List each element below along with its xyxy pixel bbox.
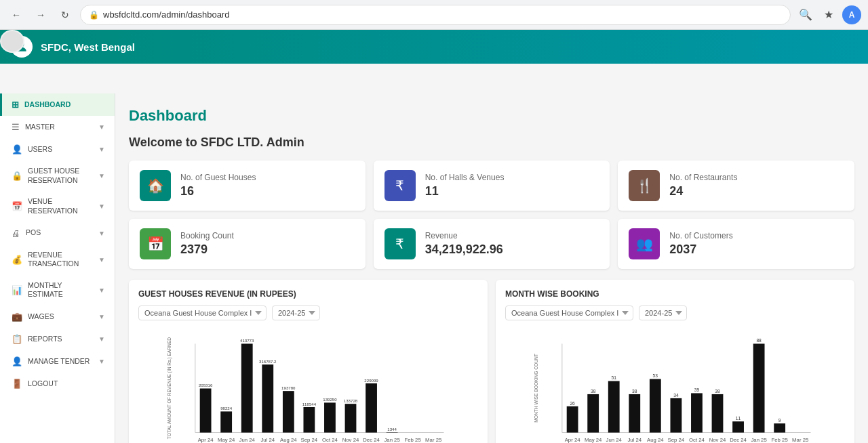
svg-text:Aug 24: Aug 24 — [647, 437, 664, 443]
booking-count-label: Booking Count — [180, 231, 234, 240]
sidebar-item-label: REPORTS — [28, 335, 62, 344]
month-booking-property-select[interactable]: Oceana Guest House Complex I — [505, 305, 633, 320]
sidebar-item-logout[interactable]: 🚪 LOGOUT — [0, 373, 115, 395]
bar-1 — [220, 411, 232, 432]
stat-card-customers: 👥 No. of Customers 2037 — [618, 219, 854, 269]
svg-text:413773: 413773 — [240, 338, 254, 343]
booking-bar-8 — [732, 421, 744, 432]
guest-houses-icon-box: 🏠 — [140, 170, 171, 201]
chevron-icon: ▼ — [98, 123, 105, 131]
bar-6 — [324, 402, 336, 432]
bar-0 — [200, 388, 212, 432]
reload-button[interactable]: ↻ — [56, 5, 75, 24]
svg-text:Jul 24: Jul 24 — [260, 437, 275, 443]
sidebar-item-left: 🖨 POS — [12, 228, 41, 238]
sidebar-item-users[interactable]: 👤 USERS ▼ — [0, 138, 115, 161]
browser-chrome: ← → ↻ 🔒 wbsfdcltd.com/admin/dashboard 🔍 … — [0, 0, 868, 30]
chevron-icon: ▼ — [98, 335, 105, 343]
sidebar-item-label: REVENUE TRANSACTION — [28, 251, 98, 269]
svg-text:34: 34 — [673, 393, 679, 398]
guest-revenue-property-select[interactable]: Oceana Guest House Complex I — [138, 305, 267, 320]
sidebar-item-label: WAGES — [28, 312, 54, 322]
sidebar-item-label: USERS — [28, 145, 52, 154]
booking-count-icon-box: 📅 — [140, 228, 171, 259]
customers-label: No. of Customers — [669, 231, 732, 240]
welcome-text: Welcome to SFDC LTD. Admin — [129, 135, 854, 150]
revenue-icon-box: ₹ — [384, 228, 416, 259]
sidebar-item-left: 👤 USERS — [12, 144, 52, 154]
profile-icon[interactable]: A — [842, 5, 861, 24]
sidebar-item-dashboard[interactable]: ⊞ DASHBOARD — [0, 93, 115, 116]
app-container: ⊞ DASHBOARD ☰ MASTER ▼ 👤 USERS ▼ 🔒 GUEST… — [0, 30, 868, 443]
revenue-label: Revenue — [425, 231, 503, 240]
address-bar[interactable]: 🔒 wbsfdcltd.com/admin/dashboard — [80, 5, 791, 25]
sidebar-item-guest-house[interactable]: 🔒 GUEST HOUSE RESERVATION ▼ — [0, 161, 115, 191]
guest-revenue-title: GUEST HOUSES REVENUE (IN RUPEES) — [138, 289, 478, 299]
bar-2 — [241, 343, 253, 432]
svg-text:118544: 118544 — [302, 402, 317, 406]
booking-bar-7 — [712, 394, 724, 433]
restaurants-info: No. of Restaurants 24 — [669, 173, 737, 198]
sidebar-pos-icon: 🖨 — [12, 228, 20, 238]
restaurants-value: 24 — [669, 184, 737, 198]
stat-card-restaurants: 🍴 No. of Restaurants 24 — [618, 161, 854, 211]
halls-venues-label: No. of Halls & Venues — [425, 173, 505, 182]
customers-value: 2037 — [669, 242, 732, 257]
stat-card-booking-count: 📅 Booking Count 2379 — [129, 219, 366, 269]
guest-houses-info: No. of Guest Houses 16 — [180, 173, 256, 198]
svg-text:193780: 193780 — [281, 385, 296, 390]
bar-5 — [303, 407, 315, 433]
sidebar-item-left: 👤 MANAGE TENDER — [12, 356, 90, 366]
svg-text:Mar 25: Mar 25 — [425, 437, 441, 443]
sidebar-item-label: POS — [26, 228, 41, 238]
svg-text:Apr 24: Apr 24 — [565, 437, 581, 443]
restaurants-label: No. of Restaurants — [669, 173, 737, 182]
svg-text:Jan 25: Jan 25 — [384, 437, 399, 443]
forward-button[interactable]: → — [31, 5, 50, 24]
svg-text:1344: 1344 — [387, 427, 397, 431]
restaurants-icon-box: 🍴 — [629, 170, 660, 201]
stat-card-guest-houses: 🏠 No. of Guest Houses 16 — [129, 161, 366, 211]
chevron-icon: ▼ — [98, 313, 105, 320]
sidebar-item-master[interactable]: ☰ MASTER ▼ — [0, 116, 115, 138]
svg-text:316787.2: 316787.2 — [259, 359, 277, 364]
sidebar-dashboard-icon: ⊞ — [12, 100, 19, 110]
sidebar-item-monthly[interactable]: 📊 MONTHLY ESTIMATE ▼ — [0, 275, 115, 305]
sidebar-guest-house-icon: 🔒 — [12, 171, 22, 181]
sidebar-item-revenue[interactable]: 💰 REVENUE TRANSACTION ▼ — [0, 245, 115, 275]
month-booking-year-select[interactable]: 2024-25 — [639, 305, 687, 320]
sidebar-manage-icon: 👤 — [12, 356, 22, 366]
guest-revenue-year-select[interactable]: 2024-25 — [272, 305, 320, 320]
sidebar-item-label: DASHBOARD — [24, 100, 71, 110]
sidebar-item-pos[interactable]: 🖨 POS ▼ — [0, 222, 115, 245]
main-content: Dashboard Welcome to SFDC LTD. Admin 🏠 N… — [115, 93, 868, 443]
sidebar-item-left: 📋 REPORTS — [12, 334, 62, 344]
sidebar-item-label: LOGOUT — [28, 379, 58, 389]
bookmark-icon[interactable]: ★ — [819, 5, 838, 24]
back-button[interactable]: ← — [7, 5, 26, 24]
page-title: Dashboard — [129, 107, 854, 125]
svg-text:Jun 24: Jun 24 — [606, 437, 623, 443]
svg-text:TOTAL AMOUNT OF REVENUE (IN Rs: TOTAL AMOUNT OF REVENUE (IN Rs.) EARNED — [167, 337, 172, 439]
sidebar-item-left: 🔒 GUEST HOUSE RESERVATION — [12, 167, 98, 185]
svg-text:Jul 24: Jul 24 — [627, 437, 642, 443]
guest-revenue-chart-area: 205316Apr 2498224May 24413773Jun 2431678… — [138, 327, 478, 443]
revenue-value: 34,219,922.96 — [425, 242, 503, 257]
sidebar-item-left: 💰 REVENUE TRANSACTION — [12, 251, 98, 269]
svg-text:Feb 25: Feb 25 — [405, 437, 421, 443]
sidebar-item-wages[interactable]: 💼 WAGES ▼ — [0, 305, 115, 328]
sidebar-item-venue[interactable]: 📅 VENUE RESERVATION ▼ — [0, 191, 115, 222]
svg-text:205316: 205316 — [199, 383, 213, 387]
user-menu[interactable] — [0, 30, 24, 53]
stat-card-halls-venues: ₹ No. of Halls & Venues 11 — [374, 161, 610, 211]
booking-bar-10 — [774, 423, 785, 432]
sidebar-item-left: 💼 WAGES — [12, 312, 54, 322]
sidebar-reports-icon: 📋 — [12, 334, 22, 344]
bar-7 — [345, 404, 357, 432]
sidebar-item-manage[interactable]: 👤 MANAGE TENDER ▼ — [0, 350, 115, 373]
sidebar-item-left: 📊 MONTHLY ESTIMATE — [12, 281, 98, 299]
search-icon[interactable]: 🔍 — [796, 5, 815, 24]
sidebar-item-label: VENUE RESERVATION — [28, 197, 98, 215]
sidebar-item-reports[interactable]: 📋 REPORTS ▼ — [0, 328, 115, 350]
revenue-info: Revenue 34,219,922.96 — [425, 231, 503, 257]
